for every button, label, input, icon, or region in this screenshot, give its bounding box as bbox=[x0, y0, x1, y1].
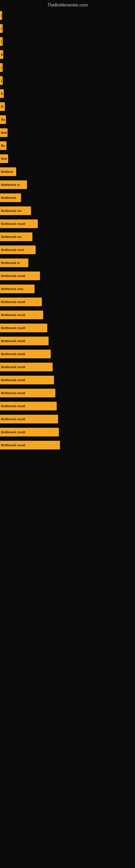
bar-row-1: | bbox=[0, 9, 135, 22]
bar-label-6: | bbox=[1, 79, 2, 82]
bar-row-14: Bottleneck re bbox=[0, 178, 135, 191]
bar-24: Bottleneck result bbox=[0, 311, 43, 319]
bar-18: Bottleneck res bbox=[0, 232, 32, 241]
bar-9: Bo bbox=[0, 115, 6, 124]
bar-label-28: Bottleneck result bbox=[1, 365, 25, 369]
bar-row-23: Bottleneck result bbox=[0, 296, 135, 308]
bar-label-8: B bbox=[1, 105, 3, 108]
bar-27: Bottleneck result bbox=[0, 350, 51, 358]
bar-row-34: Bottleneck result bbox=[0, 439, 135, 452]
bar-row-9: Bo bbox=[0, 113, 135, 126]
bar-label-31: Bottleneck result bbox=[1, 404, 25, 408]
bar-label-24: Bottleneck result bbox=[1, 313, 25, 316]
bar-22: Bottleneck resu bbox=[0, 284, 35, 293]
bar-7: E bbox=[0, 89, 4, 98]
bar-row-13: Bottlene bbox=[0, 165, 135, 178]
bar-3: | bbox=[0, 37, 3, 46]
bar-row-33: Bottleneck result bbox=[0, 426, 135, 439]
bar-13: Bottlene bbox=[0, 167, 16, 176]
bar-row-19: Bottleneck resul bbox=[0, 243, 135, 256]
bar-label-26: Bottleneck result bbox=[1, 339, 25, 343]
bar-label-3: | bbox=[1, 40, 2, 43]
bar-row-6: | bbox=[0, 74, 135, 87]
bar-row-20: Bottleneck re bbox=[0, 256, 135, 269]
bar-row-32: Bottleneck result bbox=[0, 412, 135, 426]
bar-label-30: Bottleneck result bbox=[1, 392, 25, 395]
bar-row-7: E bbox=[0, 87, 135, 100]
bar-15: Bottleneck bbox=[0, 193, 21, 202]
bar-29: Bottleneck result bbox=[0, 376, 54, 384]
bar-label-25: Bottleneck result bbox=[1, 326, 25, 330]
bar-row-29: Bottleneck result bbox=[0, 373, 135, 386]
bar-6: | bbox=[0, 76, 3, 85]
bar-32: Bottleneck result bbox=[0, 415, 58, 424]
bar-label-7: E bbox=[1, 92, 3, 95]
bar-label-33: Bottleneck result bbox=[1, 431, 25, 434]
bar-19: Bottleneck resul bbox=[0, 246, 36, 254]
bar-28: Bottleneck result bbox=[0, 363, 53, 371]
bar-row-30: Bottleneck result bbox=[0, 386, 135, 400]
bar-row-12: Bott bbox=[0, 152, 135, 165]
bar-row-18: Bottleneck res bbox=[0, 230, 135, 243]
bar-label-1: | bbox=[1, 14, 2, 17]
bar-row-17: Bottleneck result bbox=[0, 217, 135, 230]
bar-5: | bbox=[0, 63, 3, 72]
bar-label-20: Bottleneck re bbox=[1, 261, 20, 265]
bar-33: Bottleneck result bbox=[0, 428, 59, 436]
bar-21: Bottleneck result bbox=[0, 272, 40, 280]
bar-row-10: Bott bbox=[0, 126, 135, 139]
bar-1: | bbox=[0, 11, 2, 20]
bar-label-27: Bottleneck result bbox=[1, 352, 25, 355]
bar-label-18: Bottleneck res bbox=[1, 235, 21, 239]
bar-row-16: Bottleneck res bbox=[0, 204, 135, 217]
bar-row-3: | bbox=[0, 35, 135, 48]
bar-row-4: E bbox=[0, 48, 135, 61]
bar-row-15: Bottleneck bbox=[0, 191, 135, 204]
bar-label-17: Bottleneck result bbox=[1, 222, 25, 225]
site-title: TheBottlenecker.com bbox=[0, 0, 135, 9]
bar-label-5: | bbox=[1, 66, 2, 69]
bar-label-2: | bbox=[1, 27, 2, 30]
bar-12: Bott bbox=[0, 154, 8, 163]
bar-8: B bbox=[0, 102, 5, 111]
bar-4: E bbox=[0, 50, 3, 59]
bar-label-9: Bo bbox=[1, 118, 5, 121]
bar-label-19: Bottleneck resul bbox=[1, 248, 24, 251]
bar-26: Bottleneck result bbox=[0, 337, 49, 345]
bar-16: Bottleneck res bbox=[0, 207, 31, 215]
bar-label-32: Bottleneck result bbox=[1, 417, 25, 421]
bar-row-22: Bottleneck resu bbox=[0, 282, 135, 296]
bar-25: Bottleneck result bbox=[0, 323, 47, 332]
bar-row-28: Bottleneck result bbox=[0, 361, 135, 373]
bar-10: Bott bbox=[0, 128, 8, 137]
bar-2: | bbox=[0, 24, 3, 33]
bar-34: Bottleneck result bbox=[0, 441, 60, 450]
bar-row-5: | bbox=[0, 61, 135, 74]
bar-30: Bottleneck result bbox=[0, 389, 55, 397]
bar-17: Bottleneck result bbox=[0, 219, 38, 228]
bar-label-14: Bottleneck re bbox=[1, 183, 20, 186]
bar-row-31: Bottleneck result bbox=[0, 400, 135, 412]
bar-row-8: B bbox=[0, 100, 135, 113]
bar-row-11: Bo bbox=[0, 139, 135, 152]
bar-row-2: | bbox=[0, 22, 135, 35]
bar-label-22: Bottleneck resu bbox=[1, 287, 24, 290]
bar-row-21: Bottleneck result bbox=[0, 269, 135, 282]
bar-20: Bottleneck re bbox=[0, 258, 28, 267]
bar-label-29: Bottleneck result bbox=[1, 378, 25, 382]
bar-row-24: Bottleneck result bbox=[0, 308, 135, 321]
bar-label-34: Bottleneck result bbox=[1, 443, 25, 447]
bar-31: Bottleneck result bbox=[0, 402, 57, 410]
bar-row-27: Bottleneck result bbox=[0, 347, 135, 361]
bar-row-25: Bottleneck result bbox=[0, 321, 135, 335]
bar-label-15: Bottleneck bbox=[1, 196, 16, 199]
bar-label-4: E bbox=[1, 53, 3, 56]
bar-23: Bottleneck result bbox=[0, 298, 42, 306]
bar-label-13: Bottlene bbox=[1, 170, 13, 173]
bar-label-16: Bottleneck res bbox=[1, 209, 21, 212]
bar-11: Bo bbox=[0, 141, 6, 150]
bar-label-11: Bo bbox=[1, 144, 5, 147]
bar-label-10: Bott bbox=[1, 131, 7, 134]
bar-label-12: Bott bbox=[1, 157, 7, 160]
bar-label-23: Bottleneck result bbox=[1, 300, 25, 304]
